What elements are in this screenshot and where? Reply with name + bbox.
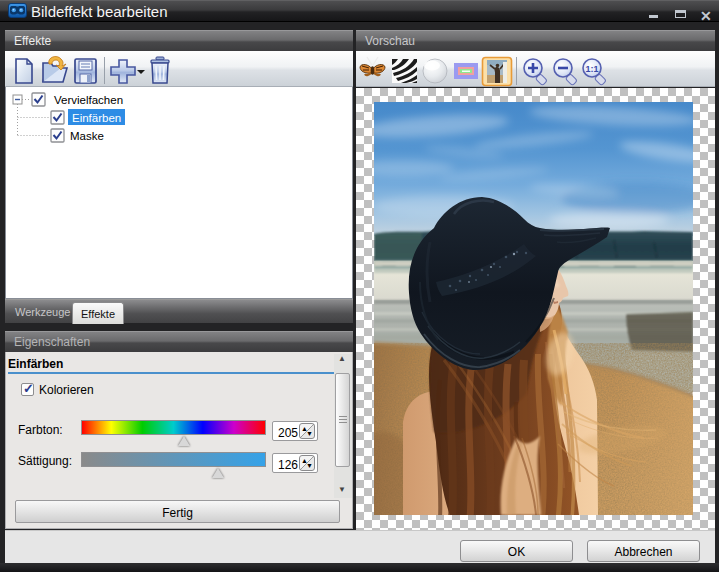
svg-text:1:1: 1:1 xyxy=(585,64,598,74)
svg-text:Maske: Maske xyxy=(70,130,104,142)
svg-text:Einfärben: Einfärben xyxy=(72,112,121,124)
svg-text:Vervielfachen: Vervielfachen xyxy=(54,94,123,106)
